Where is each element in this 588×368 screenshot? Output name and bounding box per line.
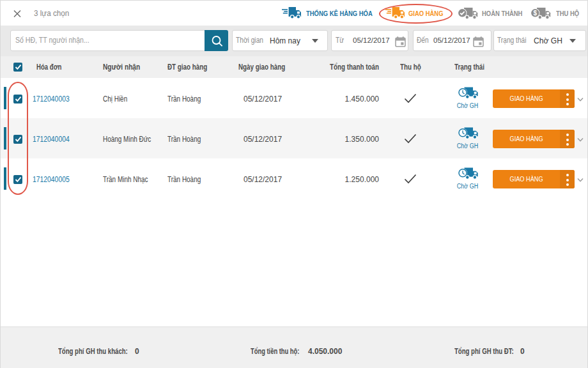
svg-text:$: $ [534,10,538,17]
